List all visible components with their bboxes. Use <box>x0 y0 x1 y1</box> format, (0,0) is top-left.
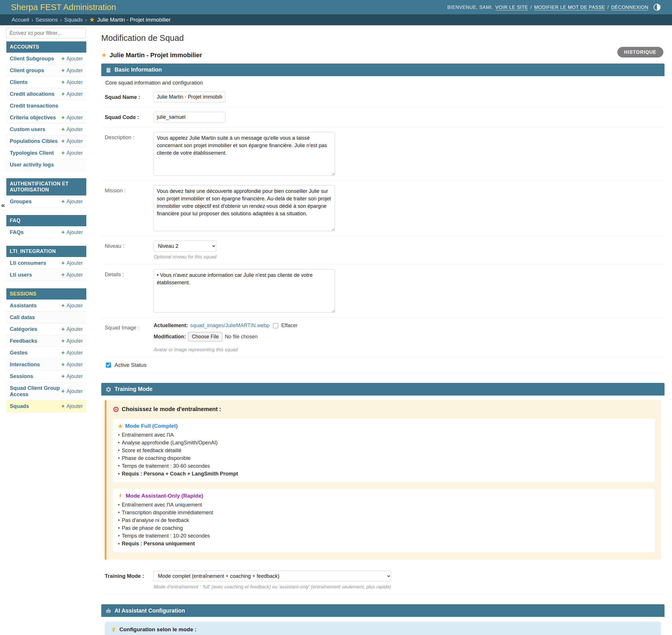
squad-code-input[interactable] <box>154 112 226 123</box>
mode-bullet: •Pas de phase de coaching <box>118 524 650 532</box>
sidebar-item-client-groups[interactable]: Client groupsAjouter <box>6 64 86 76</box>
add-link[interactable]: Ajouter <box>61 326 83 332</box>
sidebar-item-label[interactable]: Clients <box>10 79 28 85</box>
add-link[interactable]: Ajouter <box>61 127 83 133</box>
sidebar-item-criteria-objectives[interactable]: Criteria objectivesAjouter <box>6 112 86 123</box>
sidebar-item-user-activity-logs[interactable]: User activity logs <box>6 159 86 171</box>
mode-card: ★Mode Full (Complet)•Entraînement avec l… <box>113 419 655 482</box>
sidebar-item-client-subgroups[interactable]: Client SubgroupsAjouter <box>6 52 86 64</box>
sidebar-item-label[interactable]: Groupes <box>10 198 31 205</box>
add-link[interactable]: Ajouter <box>61 138 83 144</box>
current-image-link[interactable]: squad_images/JulieMARTIN.webp <box>190 323 270 329</box>
sidebar-item-lti-users[interactable]: Lti usersAjouter <box>6 269 86 281</box>
training-mode-select[interactable]: Mode complet (entraînement + coaching + … <box>154 571 391 582</box>
sidebar-item-label[interactable]: Catégories <box>10 326 37 332</box>
add-link[interactable]: Ajouter <box>61 199 83 205</box>
sidebar-item-label[interactable]: Credit transactions <box>10 103 58 109</box>
breadcrumb-link[interactable]: Accueil <box>12 17 29 23</box>
sidebar-item-faqs[interactable]: FAQsAjouter <box>6 226 86 238</box>
add-link[interactable]: Ajouter <box>61 115 83 121</box>
add-link[interactable]: Ajouter <box>61 79 83 85</box>
breadcrumb-link[interactable]: Squads <box>64 17 83 23</box>
add-link[interactable]: Ajouter <box>61 56 83 62</box>
choose-file-button[interactable]: Choose File <box>188 332 223 342</box>
active-status-checkbox[interactable] <box>106 363 111 368</box>
sidebar-item-sessions[interactable]: SessionsAjouter <box>6 370 86 382</box>
history-button[interactable]: HISTORIQUE <box>617 47 664 58</box>
sidebar-item-label[interactable]: FAQs <box>10 229 24 236</box>
add-link[interactable]: Ajouter <box>61 338 83 344</box>
sidebar-item-credit-allocations[interactable]: Credit allocationsAjouter <box>6 88 86 100</box>
sidebar-item-label[interactable]: Feedbacks <box>10 338 37 344</box>
breadcrumb-link[interactable]: Sessions <box>36 17 58 23</box>
sidebar-item-call-datas[interactable]: Call datas <box>6 311 86 323</box>
description-textarea[interactable]: Vous appelez Julie Martin suite à un mes… <box>154 132 335 176</box>
plus-icon <box>61 151 65 155</box>
sidebar-item-label[interactable]: Lti consumers <box>10 260 46 266</box>
user-tools-link[interactable]: DÉCONNEXION <box>611 5 648 10</box>
squad-name-input[interactable] <box>154 92 226 102</box>
sidebar-item-label[interactable]: Typologies Client <box>10 150 54 156</box>
sidebar-item-label[interactable]: Lti users <box>10 272 32 278</box>
add-link[interactable]: Ajouter <box>61 91 83 97</box>
sidebar-filter-input[interactable] <box>6 28 86 39</box>
add-link[interactable]: Ajouter <box>61 272 83 278</box>
sidebar-item-cat-gories[interactable]: CatégoriesAjouter <box>6 323 86 335</box>
sidebar-section-title[interactable]: FAQ <box>6 215 86 226</box>
add-link[interactable]: Ajouter <box>61 303 83 309</box>
sidebar-section-title[interactable]: LTI_INTEGRATION <box>6 246 86 257</box>
sidebar-item-label[interactable]: Client groups <box>10 67 44 73</box>
add-link[interactable]: Ajouter <box>61 403 83 409</box>
sidebar-section-title[interactable]: AUTHENTIFICATION ET AUTORISATION <box>6 178 86 195</box>
sidebar-item-label[interactable]: Custom users <box>10 126 45 133</box>
add-link[interactable]: Ajouter <box>61 260 83 266</box>
add-link[interactable]: Ajouter <box>61 350 83 356</box>
theme-toggle-icon[interactable] <box>654 4 660 10</box>
sidebar-item-populations-cibles[interactable]: Populations CiblesAjouter <box>6 135 86 147</box>
details-textarea[interactable]: • Vous n'avez aucune information car Jul… <box>154 269 335 313</box>
sidebar-item-lti-consumers[interactable]: Lti consumersAjouter <box>6 257 86 269</box>
sidebar-item-label[interactable]: Assistants <box>10 302 37 309</box>
sidebar-section-title[interactable]: SESSIONS <box>6 288 86 300</box>
add-link[interactable]: Ajouter <box>61 373 83 379</box>
add-link[interactable]: Ajouter <box>61 362 83 368</box>
sidebar-item-label[interactable]: Client Subgroups <box>10 56 54 62</box>
squad-code-row: Squad Code : <box>101 107 665 127</box>
sidebar-item-feedbacks[interactable]: FeedbacksAjouter <box>6 335 86 347</box>
sidebar-item-label[interactable]: Gestes <box>10 350 28 356</box>
breadcrumb: Accueil›Sessions›Squads›★Julie Martin - … <box>0 14 672 25</box>
add-link[interactable]: Ajouter <box>61 68 83 73</box>
mission-textarea[interactable]: Vous devez faire une découverte approfon… <box>154 185 335 231</box>
sidebar-item-gestes[interactable]: GestesAjouter <box>6 347 86 358</box>
sidebar-item-label[interactable]: Populations Cibles <box>10 138 58 144</box>
add-link[interactable]: Ajouter <box>61 388 83 394</box>
sidebar-item-groupes[interactable]: GroupesAjouter <box>6 195 86 207</box>
niveau-select[interactable]: Niveau 2 <box>154 241 216 251</box>
sidebar-item-label[interactable]: Squad Client Group Access <box>10 385 61 398</box>
add-link[interactable]: Ajouter <box>61 229 83 236</box>
sidebar-item-label[interactable]: Interactions <box>10 362 40 368</box>
sidebar-section: SESSIONSAssistantsAjouterCall datasCatég… <box>6 288 86 412</box>
app-title[interactable]: Sherpa FEST Administration <box>11 3 116 12</box>
sidebar-item-label[interactable]: Sessions <box>10 373 33 379</box>
add-label: Ajouter <box>66 362 83 368</box>
sidebar-item-label[interactable]: Criteria objectives <box>10 114 56 121</box>
sidebar-item-interactions[interactable]: InteractionsAjouter <box>6 358 86 370</box>
sidebar-item-label[interactable]: Squads <box>10 403 29 409</box>
sidebar-item-label[interactable]: User activity logs <box>10 161 54 168</box>
sidebar-item-label[interactable]: Credit allocations <box>10 91 55 97</box>
sidebar-section-title[interactable]: ACCOUNTS <box>6 41 86 52</box>
sidebar-item-clients[interactable]: ClientsAjouter <box>6 76 86 88</box>
sidebar-item-custom-users[interactable]: Custom usersAjouter <box>6 123 86 135</box>
sidebar-item-squads[interactable]: SquadsAjouter <box>6 400 86 412</box>
sidebar-collapse-toggle[interactable]: « <box>1 201 5 209</box>
sidebar-item-assistants[interactable]: AssistantsAjouter <box>6 300 86 311</box>
user-tools-link[interactable]: MODIFIER LE MOT DE PASSE <box>534 5 605 10</box>
add-link[interactable]: Ajouter <box>61 150 83 156</box>
sidebar-item-credit-transactions[interactable]: Credit transactions <box>6 100 86 112</box>
clear-image-checkbox[interactable] <box>273 323 278 328</box>
user-tools-link[interactable]: VOIR LE SITE <box>496 5 528 10</box>
sidebar-item-label[interactable]: Call datas <box>10 314 35 321</box>
sidebar-item-squad-client-group-access[interactable]: Squad Client Group AccessAjouter <box>6 382 86 400</box>
sidebar-item-typologies-client[interactable]: Typologies ClientAjouter <box>6 147 86 159</box>
